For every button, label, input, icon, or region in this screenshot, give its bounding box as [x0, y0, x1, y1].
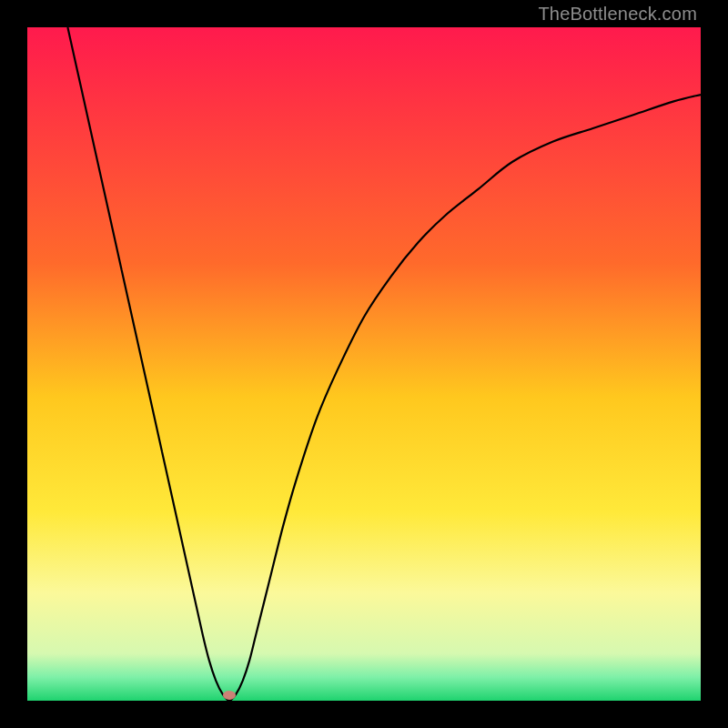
watermark-text: TheBottleneck.com: [538, 4, 697, 25]
curve-layer: [27, 27, 701, 701]
minimum-marker: [223, 691, 236, 700]
plot-area: [27, 27, 701, 701]
bottleneck-curve: [67, 27, 701, 701]
chart-frame: TheBottleneck.com: [0, 0, 728, 728]
